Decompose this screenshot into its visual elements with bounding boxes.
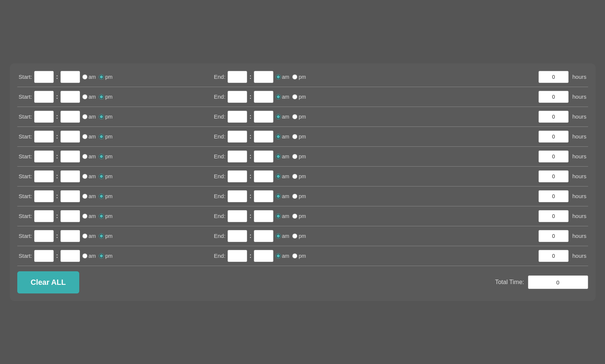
end-pm-label-3[interactable]: pm	[292, 114, 306, 120]
hours-input-2[interactable]	[539, 91, 569, 103]
start-pm-radio-6[interactable]	[99, 174, 104, 179]
end-am-radio-10[interactable]	[276, 253, 281, 259]
end-pm-radio-3[interactable]	[292, 114, 297, 119]
start-min-input-3[interactable]	[60, 111, 80, 123]
start-pm-radio-9[interactable]	[99, 233, 104, 239]
start-min-input-2[interactable]	[60, 91, 80, 103]
end-pm-label-5[interactable]: pm	[292, 153, 306, 159]
end-am-label-8[interactable]: am	[276, 213, 289, 219]
end-min-input-5[interactable]	[254, 150, 273, 162]
start-am-radio-5[interactable]	[82, 154, 88, 159]
end-am-radio-3[interactable]	[276, 114, 281, 119]
start-min-input-6[interactable]	[60, 170, 80, 182]
hours-input-4[interactable]	[539, 131, 569, 143]
start-pm-radio-8[interactable]	[99, 214, 104, 219]
end-am-radio-7[interactable]	[276, 194, 281, 199]
start-pm-radio-2[interactable]	[99, 94, 104, 99]
end-pm-label-10[interactable]: pm	[292, 253, 306, 259]
start-min-input-7[interactable]	[60, 190, 80, 202]
start-pm-label-1[interactable]: pm	[99, 74, 112, 80]
end-min-input-4[interactable]	[254, 131, 273, 143]
end-am-label-5[interactable]: am	[276, 153, 289, 159]
start-pm-label-9[interactable]: pm	[99, 233, 112, 239]
start-pm-radio-4[interactable]	[99, 134, 104, 139]
end-min-input-2[interactable]	[254, 91, 273, 103]
start-min-input-10[interactable]	[60, 250, 80, 262]
start-am-label-9[interactable]: am	[82, 233, 96, 239]
end-am-radio-6[interactable]	[276, 174, 281, 179]
start-am-label-6[interactable]: am	[82, 173, 96, 179]
start-min-input-1[interactable]	[60, 71, 80, 83]
start-pm-label-3[interactable]: pm	[99, 114, 112, 120]
start-pm-radio-1[interactable]	[99, 74, 104, 80]
end-pm-radio-1[interactable]	[292, 74, 297, 80]
end-pm-label-8[interactable]: pm	[292, 213, 306, 219]
start-pm-radio-10[interactable]	[99, 253, 104, 259]
end-am-label-1[interactable]: am	[276, 74, 289, 80]
start-hour-input-2[interactable]	[34, 91, 54, 103]
end-am-label-7[interactable]: am	[276, 193, 289, 199]
end-am-radio-4[interactable]	[276, 134, 281, 139]
hours-input-7[interactable]	[539, 190, 569, 202]
start-hour-input-10[interactable]	[34, 250, 54, 262]
end-hour-input-10[interactable]	[228, 250, 247, 262]
start-hour-input-4[interactable]	[34, 131, 54, 143]
end-pm-radio-7[interactable]	[292, 194, 297, 199]
start-am-label-5[interactable]: am	[82, 153, 96, 159]
end-am-radio-5[interactable]	[276, 154, 281, 159]
end-hour-input-9[interactable]	[228, 230, 247, 242]
hours-input-3[interactable]	[539, 111, 569, 123]
end-min-input-7[interactable]	[254, 190, 273, 202]
start-pm-label-7[interactable]: pm	[99, 193, 112, 199]
end-pm-radio-10[interactable]	[292, 253, 297, 259]
end-min-input-1[interactable]	[254, 71, 273, 83]
end-pm-label-6[interactable]: pm	[292, 173, 306, 179]
start-min-input-9[interactable]	[60, 230, 80, 242]
end-am-label-6[interactable]: am	[276, 173, 289, 179]
start-pm-label-6[interactable]: pm	[99, 173, 112, 179]
hours-input-6[interactable]	[539, 170, 569, 182]
start-am-label-3[interactable]: am	[82, 114, 96, 120]
end-min-input-8[interactable]	[254, 210, 273, 222]
start-pm-radio-3[interactable]	[99, 114, 104, 119]
end-pm-radio-2[interactable]	[292, 94, 297, 99]
end-hour-input-1[interactable]	[228, 71, 247, 83]
start-am-radio-10[interactable]	[82, 253, 88, 259]
start-min-input-8[interactable]	[60, 210, 80, 222]
end-pm-radio-8[interactable]	[292, 214, 297, 219]
hours-input-8[interactable]	[539, 210, 569, 222]
end-hour-input-2[interactable]	[228, 91, 247, 103]
end-hour-input-7[interactable]	[228, 190, 247, 202]
start-am-radio-7[interactable]	[82, 194, 88, 199]
end-pm-label-4[interactable]: pm	[292, 134, 306, 140]
hours-input-5[interactable]	[539, 150, 569, 162]
start-hour-input-3[interactable]	[34, 111, 54, 123]
end-am-radio-8[interactable]	[276, 214, 281, 219]
start-hour-input-5[interactable]	[34, 150, 54, 162]
start-pm-radio-7[interactable]	[99, 194, 104, 199]
start-pm-radio-5[interactable]	[99, 154, 104, 159]
start-min-input-5[interactable]	[60, 150, 80, 162]
end-am-radio-2[interactable]	[276, 94, 281, 99]
start-am-label-7[interactable]: am	[82, 193, 96, 199]
start-pm-label-4[interactable]: pm	[99, 134, 112, 140]
total-time-input[interactable]	[528, 275, 588, 289]
end-am-radio-1[interactable]	[276, 74, 281, 80]
start-am-label-8[interactable]: am	[82, 213, 96, 219]
start-am-label-4[interactable]: am	[82, 134, 96, 140]
start-pm-label-2[interactable]: pm	[99, 94, 112, 100]
end-pm-radio-6[interactable]	[292, 174, 297, 179]
end-am-label-4[interactable]: am	[276, 134, 289, 140]
end-hour-input-6[interactable]	[228, 170, 247, 182]
start-am-radio-3[interactable]	[82, 114, 88, 119]
start-am-label-2[interactable]: am	[82, 94, 96, 100]
start-hour-input-9[interactable]	[34, 230, 54, 242]
hours-input-1[interactable]	[539, 71, 569, 83]
end-am-label-9[interactable]: am	[276, 233, 289, 239]
start-am-label-1[interactable]: am	[82, 74, 96, 80]
end-pm-radio-5[interactable]	[292, 154, 297, 159]
end-min-input-3[interactable]	[254, 111, 273, 123]
end-am-label-10[interactable]: am	[276, 253, 289, 259]
start-hour-input-6[interactable]	[34, 170, 54, 182]
end-min-input-10[interactable]	[254, 250, 273, 262]
